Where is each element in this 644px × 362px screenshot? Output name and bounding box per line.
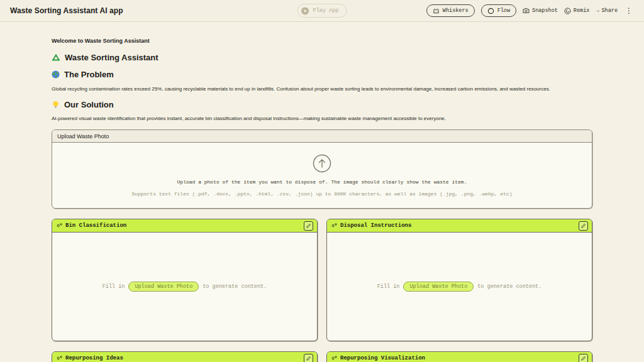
fill-prefix: Fill in xyxy=(103,283,125,290)
flow-button[interactable]: Flow xyxy=(481,4,516,17)
problem-paragraph: Global recycling contamination rates exc… xyxy=(52,86,592,92)
upload-panel-title: Upload Waste Photo xyxy=(52,130,592,143)
kebab-menu-icon[interactable]: ⋮ xyxy=(624,6,634,15)
fill-prefix: Fill in xyxy=(377,283,400,290)
app-heading: Waste Sorting Assistant xyxy=(52,53,592,62)
app-content: Welcome to Waste Sorting Assistant Waste… xyxy=(52,22,592,362)
card-title: Bin Classification xyxy=(65,222,126,229)
edit-button[interactable] xyxy=(579,221,588,231)
output-cards-grid: Bin Classification Fill in Upload Waste … xyxy=(52,219,592,362)
share-label: Share xyxy=(601,8,618,14)
upload-dropzone[interactable]: Upload a photo of the item you want to d… xyxy=(52,143,592,208)
edit-button[interactable] xyxy=(579,354,588,362)
card-bin-classification: Bin Classification Fill in Upload Waste … xyxy=(52,219,318,341)
fill-suffix: to generate content. xyxy=(477,283,541,290)
edit-pencil-icon xyxy=(580,356,586,361)
edit-pencil-icon xyxy=(306,356,311,361)
recycle-icon xyxy=(52,53,60,62)
upload-arrow-icon xyxy=(313,154,331,173)
card-disposal-instructions: Disposal Instructions Fill in Upload Was… xyxy=(326,219,592,341)
card-body: Fill in Upload Waste Photo to generate c… xyxy=(327,233,592,341)
upload-supported-formats: Supports text files (.pdf, .docx, .pptx,… xyxy=(132,191,513,197)
card-header: Repurposing Ideas xyxy=(52,352,317,362)
problem-heading-label: The Problem xyxy=(64,70,114,79)
flow-circle-icon xyxy=(487,8,494,14)
edit-pencil-icon xyxy=(306,223,311,229)
card-header: Bin Classification xyxy=(52,219,317,233)
card-header: Disposal Instructions xyxy=(327,219,592,233)
sparkles-icon xyxy=(331,222,338,229)
sparkles-icon xyxy=(331,355,338,362)
solution-heading: Our Solution xyxy=(52,100,592,109)
problem-heading: The Problem xyxy=(52,70,592,79)
solution-paragraph: AI-powered visual waste identification t… xyxy=(52,116,592,121)
remix-button[interactable]: Remix xyxy=(564,8,590,14)
solution-heading-label: Our Solution xyxy=(64,100,114,109)
clipped-text-region: AI-powered visual waste identification t… xyxy=(52,116,592,121)
welcome-text: Welcome to Waste Sorting Assistant xyxy=(52,22,592,44)
edit-button[interactable] xyxy=(304,221,313,231)
upload-instruction: Upload a photo of the item you want to d… xyxy=(177,179,467,185)
app-heading-label: Waste Sorting Assistant xyxy=(65,53,158,62)
share-button[interactable]: → Share xyxy=(596,8,618,14)
topbar: Waste Sorting Assistant AI app Play App … xyxy=(0,0,644,22)
fill-placeholder: Fill in Upload Waste Photo to generate c… xyxy=(377,282,542,292)
play-icon xyxy=(301,7,309,15)
topbar-actions: Whiskers Flow Snapshot Remix → Share xyxy=(426,4,634,17)
sparkles-icon xyxy=(56,222,63,229)
whiskers-label: Whiskers xyxy=(443,8,469,14)
flow-label: Flow xyxy=(497,8,510,14)
card-title: Repurposing Ideas xyxy=(65,355,123,361)
card-repurposing-visualization: Repurposing Visualization xyxy=(326,351,592,362)
camera-icon xyxy=(523,8,530,14)
sparkles-icon xyxy=(56,355,63,362)
snapshot-button[interactable]: Snapshot xyxy=(523,8,558,14)
snapshot-label: Snapshot xyxy=(532,8,558,14)
card-repurposing-ideas: Repurposing Ideas xyxy=(52,351,318,362)
lightbulb-icon xyxy=(52,101,60,109)
upload-waste-photo-chip[interactable]: Upload Waste Photo xyxy=(128,282,199,292)
cat-whiskers-icon xyxy=(433,8,440,14)
edit-pencil-icon xyxy=(580,223,586,229)
globe-icon xyxy=(52,70,60,79)
edit-button[interactable] xyxy=(304,354,313,362)
remix-label: Remix xyxy=(574,8,590,14)
play-app-button[interactable]: Play App xyxy=(297,4,347,18)
card-body: Fill in Upload Waste Photo to generate c… xyxy=(52,233,317,341)
card-title: Repurposing Visualization xyxy=(340,355,425,361)
upload-waste-photo-chip[interactable]: Upload Waste Photo xyxy=(403,282,474,292)
play-app-label: Play App xyxy=(313,8,339,14)
remix-icon xyxy=(564,8,571,14)
fill-suffix: to generate content. xyxy=(203,283,267,290)
arrow-right-icon: → xyxy=(596,8,599,14)
fill-placeholder: Fill in Upload Waste Photo to generate c… xyxy=(103,282,267,292)
card-header: Repurposing Visualization xyxy=(327,352,592,362)
whiskers-button[interactable]: Whiskers xyxy=(426,4,475,17)
app-title: Waste Sorting Assistant AI app xyxy=(10,6,123,15)
card-title: Disposal Instructions xyxy=(340,222,411,229)
upload-waste-photo-panel: Upload Waste Photo Upload a photo of the… xyxy=(52,129,592,209)
